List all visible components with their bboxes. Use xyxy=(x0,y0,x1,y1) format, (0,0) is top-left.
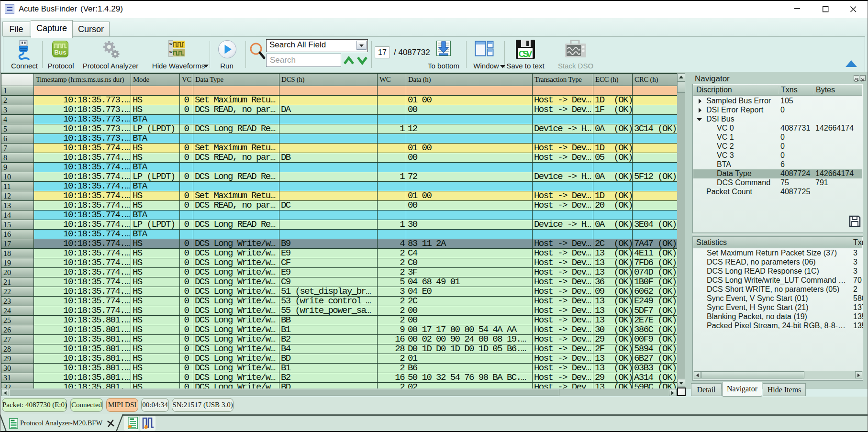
svg-text:CSV: CSV xyxy=(519,49,533,59)
svg-text:Bus: Bus xyxy=(54,49,67,56)
svg-text:w: w xyxy=(169,50,173,54)
svg-text:w: w xyxy=(169,42,173,46)
